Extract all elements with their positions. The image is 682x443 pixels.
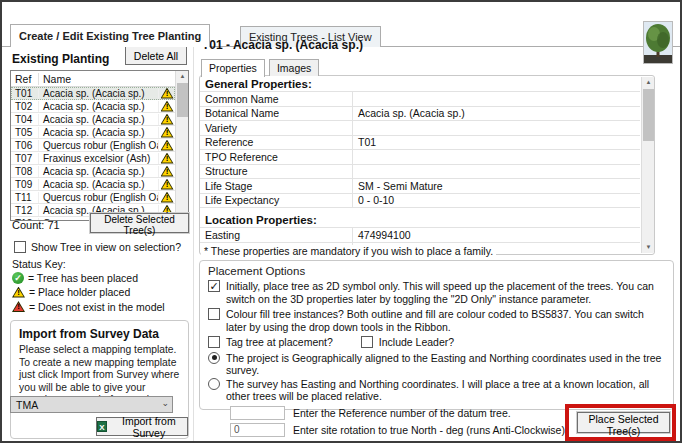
colour-fill-checkbox[interactable] (208, 308, 220, 320)
place-selected-trees-button[interactable]: Place Selected Tree(s) (577, 412, 670, 433)
row-name: Fraxinus excelsior (Ash) (39, 153, 158, 164)
option-colour-fill[interactable]: Colour fill tree instances? Both outline… (208, 308, 665, 333)
row-name: Acacia sp. (Acacia sp.) (39, 114, 158, 125)
tab-create-edit-existing-tree-planting[interactable]: Create / Edit Existing Tree Planting (10, 24, 210, 47)
column-header-ref[interactable]: Ref (11, 73, 39, 85)
mandatory-note: * These properties are mandatory if you … (201, 245, 496, 257)
row-name: Acacia sp. (Acacia sp.) (39, 127, 158, 138)
table-row[interactable]: T08 Acacia sp. (Acacia sp.) ! (11, 165, 175, 178)
show-tree-checkbox-row[interactable]: Show Tree in view on selection? (14, 241, 189, 253)
column-header-name[interactable]: Name (39, 73, 188, 85)
site-rotation-label: Enter site rotation to true North - deg … (293, 424, 568, 436)
include-leader-checkbox[interactable] (361, 336, 373, 348)
tree-list-body: T01 Acacia sp. (Acacia sp.) ! T02 Acacia… (11, 87, 175, 220)
row-name: Acacia sp. (Acacia sp.) (39, 179, 158, 190)
status-label: = Place holder placed (29, 286, 130, 298)
property-row[interactable]: Reference T01 (200, 136, 640, 151)
property-row[interactable]: Botanical Name Acacia sp. (Acacia sp.) (200, 107, 640, 122)
row-ref: T07 (11, 153, 39, 164)
placed-check-icon: ✓ (12, 272, 24, 284)
row-name: Acacia sp. (Acacia sp.) (39, 88, 158, 99)
row-name: Acacia sp. (Acacia sp.) (39, 166, 158, 177)
property-value[interactable]: T01 (353, 136, 640, 148)
property-label: Common Name (200, 92, 353, 106)
tag-tree-checkbox[interactable] (208, 336, 220, 348)
property-row[interactable]: Variety (200, 121, 640, 136)
tree-image (644, 22, 672, 63)
datum-tree-input[interactable] (230, 406, 285, 420)
import-from-survey-button[interactable]: X Import from Survey (96, 417, 188, 436)
row-ref: T05 (11, 127, 39, 138)
table-row[interactable]: T04 Acacia sp. (Acacia sp.) ! (11, 113, 175, 126)
property-value[interactable]: SM - Semi Mature (353, 180, 640, 192)
scroll-up-icon[interactable]: ▲ (642, 77, 655, 88)
delete-all-button[interactable]: Delete All (125, 46, 187, 65)
option-include-leader[interactable]: Include Leader? (361, 336, 454, 349)
site-rotation-input[interactable] (230, 423, 285, 437)
tree-photo (643, 21, 673, 64)
property-value[interactable]: Acacia sp. (Acacia sp.) (353, 107, 640, 119)
status-label: = Does not exist in the model (29, 301, 165, 313)
warning-icon: ! (161, 179, 174, 190)
option-relative-placement[interactable]: The survey has Easting and Northing coor… (208, 378, 665, 403)
property-row[interactable]: Common Name (200, 92, 640, 107)
option-tag-tree[interactable]: Tag tree at placement? (208, 336, 333, 349)
tree-list-header: Ref Name (11, 71, 188, 87)
property-label: Easting (200, 228, 353, 242)
status-key: Status Key: ✓ = Tree has been placed ! =… (12, 258, 165, 314)
row-name: Quercus robur (English Oak) (39, 192, 158, 203)
warning-icon: ! (161, 205, 174, 216)
property-label: Reference (200, 136, 353, 150)
scroll-down-icon[interactable]: ▼ (642, 242, 655, 253)
table-row[interactable]: T06 Quercus robur (English Oak) ! (11, 139, 175, 152)
property-row[interactable]: Structure (200, 165, 640, 180)
selected-tree-title: T01 - Acacia sp. (Acacia sp.) (202, 38, 363, 52)
geo-aligned-radio[interactable] (208, 352, 220, 364)
table-row[interactable]: T11 Quercus robur (English Oak) ! (11, 191, 175, 204)
properties-scrollbar[interactable]: ▲ ▼ (641, 77, 654, 253)
table-row[interactable]: T09 Acacia sp. (Acacia sp.) ! (11, 178, 175, 191)
show-tree-checkbox-label: Show Tree in view on selection? (31, 241, 181, 253)
row-ref: T11 (11, 192, 39, 203)
table-row[interactable]: T01 Acacia sp. (Acacia sp.) ! (11, 87, 175, 100)
delete-selected-trees-button[interactable]: Delete Selected Tree(s) (90, 213, 189, 233)
property-row[interactable]: Life Stage SM - Semi Mature (200, 179, 640, 194)
scrollbar-thumb[interactable] (643, 89, 654, 141)
option-geo-aligned[interactable]: The project is Geographically aligned to… (208, 352, 665, 377)
scrollbar-thumb[interactable] (177, 83, 188, 117)
2d-symbol-checkbox[interactable]: ✓ (208, 280, 220, 292)
import-button-label: Import from Survey (111, 415, 187, 439)
property-value[interactable]: 0 - 0-10 (353, 194, 640, 206)
tree-list-scrollbar[interactable]: ▲ ▼ (175, 71, 188, 220)
table-row[interactable]: T05 Acacia sp. (Acacia sp.) ! (11, 126, 175, 139)
warning-icon: ! (161, 166, 174, 177)
status-key-placeholder: ! = Place holder placed (12, 285, 165, 299)
row-ref: T09 (11, 179, 39, 190)
table-row[interactable]: T07 Fraxinus excelsior (Ash) ! (11, 152, 175, 165)
status-key-heading: Status Key: (12, 258, 165, 270)
mapping-template-value: TMA (16, 399, 38, 411)
warning-icon: ! (161, 192, 174, 203)
row-ref: T06 (11, 140, 39, 151)
table-row[interactable]: T02 Acacia sp. (Acacia sp.) ! (11, 100, 175, 113)
option-2d-symbol[interactable]: ✓ Initially, place tree as 2D symbol onl… (208, 280, 665, 305)
property-row[interactable]: Life Expectancy 0 - 0-10 (200, 194, 640, 209)
relative-placement-radio[interactable] (208, 378, 220, 390)
placeholder-warning-icon: ! (12, 287, 25, 298)
scroll-up-icon[interactable]: ▲ (176, 71, 189, 82)
property-row[interactable]: Easting 474994100 (200, 228, 640, 243)
checkbox-label: Tag tree at placement? (226, 336, 333, 349)
checkbox-label: Include Leader? (379, 336, 454, 349)
property-label: Life Expectancy (200, 194, 353, 208)
property-row[interactable]: TPO Reference (200, 150, 640, 165)
import-heading: Import from Survey Data (19, 327, 180, 341)
location-properties-heading: Location Properties: (200, 212, 640, 228)
panel-divider (193, 47, 194, 443)
row-ref: T04 (11, 114, 39, 125)
mapping-template-select[interactable]: TMA ⌄ (10, 396, 173, 413)
show-tree-checkbox[interactable] (14, 241, 26, 253)
tab-images[interactable]: Images (269, 59, 319, 76)
property-value[interactable]: 474994100 (353, 229, 640, 241)
tab-properties[interactable]: Properties (201, 59, 265, 77)
tree-list[interactable]: Ref Name T01 Acacia sp. (Acacia sp.) ! T… (10, 70, 189, 221)
